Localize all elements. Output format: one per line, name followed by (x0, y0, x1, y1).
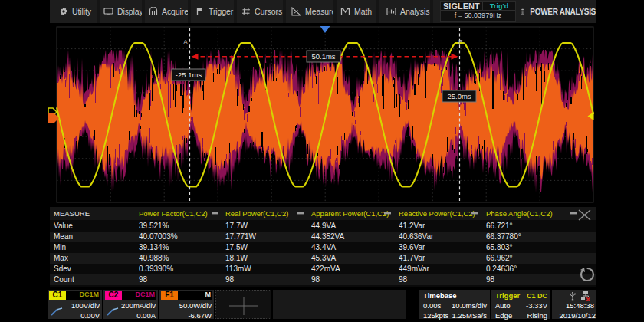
svg-text:-25.1ms: -25.1ms (176, 71, 202, 79)
svg-text:50.1ms: 50.1ms (311, 52, 335, 61)
svg-text:A: A (183, 38, 188, 46)
svg-text:25.0ms: 25.0ms (447, 92, 471, 100)
svg-text:B: B (458, 38, 463, 46)
